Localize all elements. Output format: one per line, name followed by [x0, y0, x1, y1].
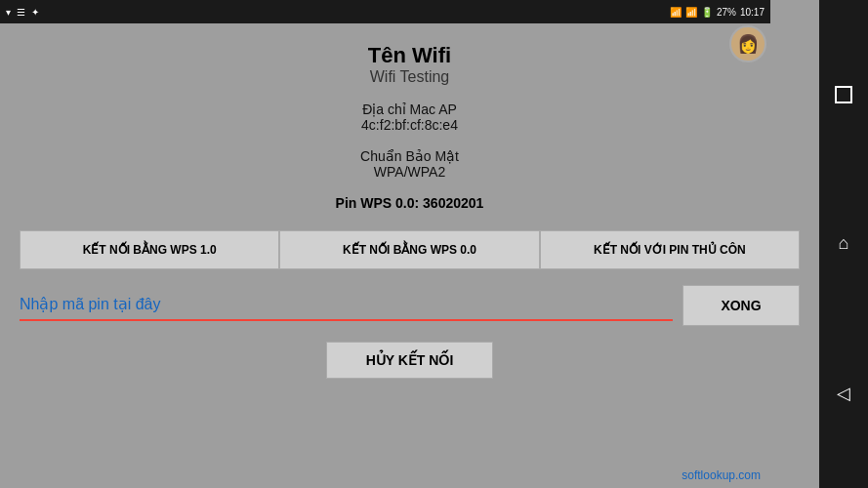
pin-input[interactable] [20, 296, 673, 313]
home-icon: ⌂ [839, 233, 849, 254]
wps-buttons-row: KẾT NỐI BẰNG WPS 1.0 KẾT NỐI BẰNG WPS 0.… [20, 230, 800, 269]
wifi-name-label: Tên Wifi [368, 43, 451, 68]
nav-sidebar: ⌂ ◁ [819, 0, 868, 488]
bt-icon: ✦ [31, 7, 39, 18]
pin-input-container [20, 290, 673, 321]
cancel-row: HỦY KẾT NỐI [20, 342, 800, 379]
pin-input-row: XONG [20, 285, 800, 326]
wifi-name-value: Wifi Testing [370, 68, 450, 86]
back-nav-button[interactable]: ◁ [828, 378, 859, 409]
clock: 10:17 [740, 7, 765, 18]
square-icon [835, 86, 852, 103]
square-nav-button[interactable] [828, 79, 859, 110]
wifi-icon: 📶 [670, 7, 682, 18]
wps0-button[interactable]: KẾT NỐI BẰNG WPS 0.0 [279, 230, 539, 269]
security-label: Chuẩn Bảo Mật [360, 148, 459, 164]
xong-button[interactable]: XONG [682, 285, 800, 326]
wps1-button[interactable]: KẾT NỐI BẰNG WPS 1.0 [20, 230, 279, 269]
security-value: WPA/WPA2 [374, 164, 445, 180]
wps-pin-button[interactable]: KẾT NỐI VỚI PIN THỦ CÔN [540, 230, 800, 269]
home-nav-button[interactable]: ⌂ [828, 228, 859, 260]
signal-bars: 📶 [685, 7, 697, 18]
avatar: 👩 [729, 25, 766, 62]
battery-percent: 27% [717, 7, 736, 18]
status-bar-left: ▾ ☰ ✦ [6, 7, 39, 18]
back-icon: ◁ [837, 383, 850, 404]
watermark: softlookup.com [682, 468, 761, 482]
main-content: Tên Wifi Wifi Testing Địa chỉ Mac AP 4c:… [0, 23, 819, 488]
cancel-button[interactable]: HỦY KẾT NỐI [326, 342, 494, 379]
pin-wps-text: Pin WPS 0.0: 36020201 [336, 195, 484, 211]
wifi-status-icon: ▾ [6, 7, 11, 18]
signal-icon: ☰ [17, 7, 25, 18]
status-bar: ▾ ☰ ✦ 📶 📶 🔋 27% 10:17 [0, 0, 770, 23]
mac-value: 4c:f2:bf:cf:8c:e4 [361, 117, 458, 133]
battery-icon: 🔋 [701, 7, 713, 18]
status-bar-right: 📶 📶 🔋 27% 10:17 [670, 7, 765, 18]
mac-label: Địa chỉ Mac AP [362, 102, 457, 117]
